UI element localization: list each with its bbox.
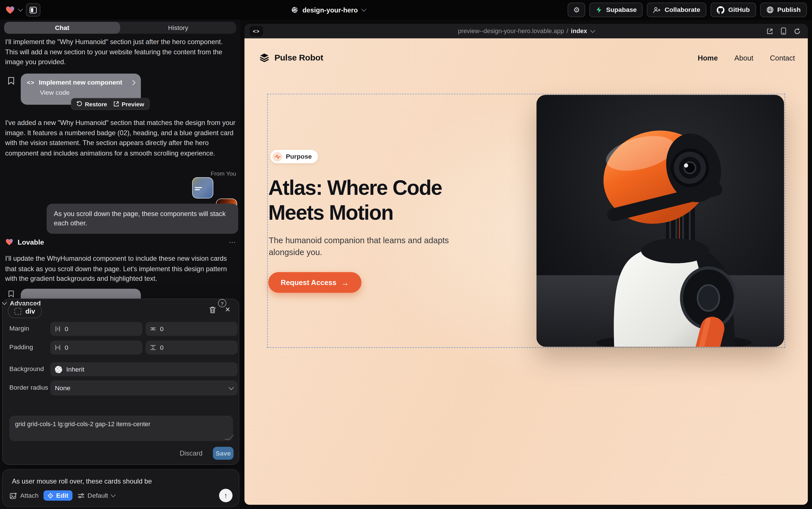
purpose-badge: Purpose (270, 150, 318, 164)
border-radius-label: Border radius (9, 384, 48, 392)
element-inspector-panel: div ✕ Margin 0 0 Padding 0 (2, 299, 239, 465)
background-input[interactable]: Inherit (50, 362, 238, 376)
composer-draft-text[interactable]: As user mouse roll over, these cards sho… (12, 477, 229, 485)
attachment-thumbnail-blue[interactable] (192, 177, 213, 199)
github-button[interactable]: GitHub (710, 3, 756, 17)
external-link-icon (113, 101, 119, 107)
supabase-bolt-icon (596, 6, 602, 13)
assistant-message-3: I'll update the WhyHumanoid component to… (5, 253, 236, 284)
padding-y-input[interactable]: 0 (146, 340, 237, 354)
chevron-right-icon (130, 80, 135, 85)
lovable-logo-icon[interactable] (5, 5, 15, 15)
preview-url[interactable]: preview--design-your-hero.lovable.app / … (245, 24, 808, 38)
panel-left-icon (29, 6, 37, 13)
preview-button[interactable]: Preview (113, 101, 144, 107)
close-panel-icon[interactable]: ✕ (225, 306, 230, 313)
preview-pane: preview--design-your-hero.lovable.app / … (245, 24, 808, 505)
brand-name: Pulse Robot (274, 53, 323, 63)
assistant-message-2: I've added a new "Why Humanoid" section … (5, 117, 236, 158)
tab-history[interactable]: History (120, 22, 236, 34)
publish-label: Publish (777, 6, 801, 13)
supabase-button[interactable]: Supabase (589, 3, 643, 17)
discard-button[interactable]: Discard (180, 449, 202, 457)
chat-history-tabs: Chat History (4, 22, 236, 34)
collaborate-button[interactable]: Collaborate (647, 3, 706, 17)
pulse-icon-wrap (272, 151, 282, 162)
hero-heading: Atlas: Where Code Meets Motion (268, 175, 496, 225)
refresh-icon[interactable] (794, 28, 801, 34)
chat-composer[interactable]: As user mouse roll over, these cards sho… (2, 469, 239, 507)
tab-chat[interactable]: Chat (4, 22, 120, 34)
resize-handle[interactable] (225, 435, 234, 439)
workspace-chevron-down-icon[interactable] (18, 6, 23, 11)
app-window: design-your-hero ⚙ Supabase Collaborate (0, 0, 812, 509)
code-icon: <> (27, 79, 34, 86)
code-view-toggle[interactable]: <> (250, 26, 269, 36)
from-you-label: From You (5, 171, 236, 177)
send-button[interactable]: ↑ (219, 489, 232, 502)
padding-horizontal-icon (55, 345, 61, 350)
globe-project-icon (291, 6, 298, 13)
bookmark-icon-2 (8, 290, 14, 298)
url-domain: preview--design-your-hero.lovable.app (458, 27, 564, 35)
restore-preview-toolbar: Restore Preview (71, 98, 150, 110)
component-card-title: Implement new component (39, 79, 122, 86)
assistant-name: Lovable (17, 238, 44, 246)
send-arrow-icon: ↑ (224, 491, 228, 500)
margin-horizontal-icon (55, 326, 61, 332)
publish-button[interactable]: Publish (760, 3, 807, 17)
request-access-button[interactable]: Request Access → (268, 272, 361, 293)
view-code-link[interactable]: View code (40, 89, 135, 96)
hero-robot-image (537, 95, 784, 347)
site-logo[interactable]: Pulse Robot (259, 52, 323, 63)
margin-y-input[interactable]: 0 (146, 322, 237, 336)
element-tag: div (26, 307, 35, 315)
gear-icon: ⚙ (573, 6, 580, 14)
settings-button[interactable]: ⚙ (567, 3, 585, 17)
sliders-icon (78, 493, 84, 498)
save-button[interactable]: Save (213, 447, 233, 460)
mobile-view-icon[interactable] (781, 27, 786, 35)
collaborate-label: Collaborate (665, 6, 700, 13)
nav-contact[interactable]: Contact (770, 54, 795, 62)
padding-x-input[interactable]: 0 (50, 340, 142, 354)
top-bar: design-your-hero ⚙ Supabase Collaborate (0, 0, 812, 20)
background-label: Background (9, 365, 44, 373)
github-icon (717, 6, 725, 13)
edit-mode-button[interactable]: Edit (44, 490, 73, 501)
advanced-chevron-down-icon (2, 300, 7, 305)
hero-subheading: The humanoid companion that learns and a… (269, 235, 466, 258)
padding-label: Padding (9, 344, 33, 351)
collaborate-users-icon (653, 6, 661, 13)
open-in-new-tab-icon[interactable] (767, 28, 773, 34)
message-menu-ellipsis-icon[interactable]: ⋯ (229, 238, 236, 246)
publish-globe-icon (766, 6, 774, 13)
nav-home[interactable]: Home (698, 54, 717, 62)
restore-button[interactable]: Restore (77, 101, 107, 107)
nav-about[interactable]: About (734, 54, 753, 62)
element-outline-icon (14, 308, 21, 314)
margin-x-input[interactable]: 0 (50, 322, 142, 336)
preview-chrome-bar: preview--design-your-hero.lovable.app / … (245, 24, 808, 38)
project-switcher[interactable]: design-your-hero (291, 0, 366, 20)
border-radius-select[interactable]: None (50, 380, 238, 395)
project-chevron-down-icon (361, 6, 366, 11)
advanced-classes-textarea[interactable]: grid grid-cols-1 lg:grid-cols-2 gap-12 i… (9, 416, 233, 441)
layers-icon (259, 52, 269, 63)
sidebar-toggle-button[interactable] (26, 3, 40, 17)
padding-vertical-icon (150, 345, 156, 350)
url-page: index (571, 27, 587, 35)
site-nav: Home About Contact (698, 54, 795, 62)
selected-element-chip[interactable]: div (8, 304, 42, 318)
edit-target-icon (48, 493, 53, 498)
badge-label: Purpose (286, 153, 312, 160)
site-viewport: Pulse Robot Home About Contact Purpose A… (245, 38, 808, 505)
attach-button[interactable]: Attach (10, 492, 39, 499)
delete-element-trash-icon[interactable] (209, 306, 216, 314)
mode-selector[interactable]: Default (78, 492, 115, 499)
background-swatch (55, 366, 62, 373)
bookmark-icon[interactable] (8, 77, 14, 85)
margin-vertical-icon (150, 326, 156, 332)
select-chevron-down-icon (229, 384, 234, 390)
user-quote-bubble: As you scroll down the page, these compo… (47, 204, 238, 234)
